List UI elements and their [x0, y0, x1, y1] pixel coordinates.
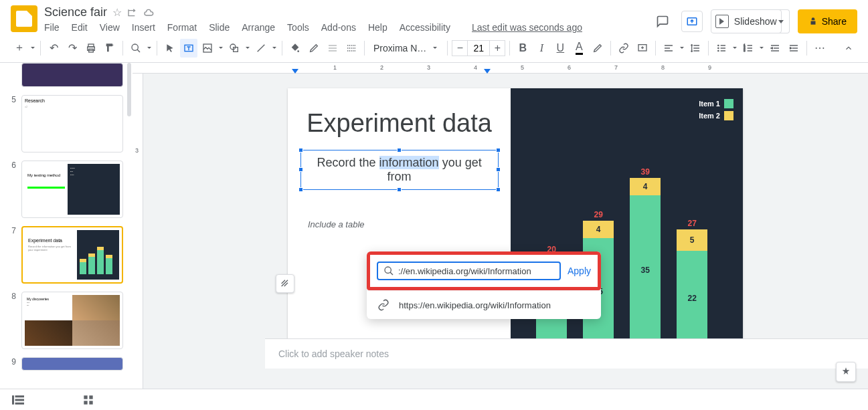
number-list-button[interactable]: 123 — [740, 39, 757, 58]
shape-dropdown[interactable] — [244, 47, 251, 49]
shape-tool[interactable] — [226, 39, 243, 58]
resize-handle[interactable] — [496, 167, 501, 172]
resize-handle[interactable] — [298, 167, 303, 172]
slide-thumb-8[interactable]: My discoveries▪▪▪▪▪▪▪ — [21, 292, 123, 349]
slideshow-label: Slideshow — [734, 16, 777, 27]
new-slide-dropdown[interactable] — [29, 47, 36, 49]
present-upload-icon[interactable] — [681, 11, 703, 32]
highlight-button[interactable] — [589, 39, 606, 58]
font-select[interactable]: Proxima N… — [369, 41, 443, 56]
line-dropdown[interactable] — [271, 47, 278, 49]
ruler-vertical[interactable]: 3 — [133, 74, 143, 390]
slide-caption[interactable]: Include a table — [308, 219, 365, 229]
align-dropdown[interactable] — [679, 47, 685, 49]
ruler-horizontal[interactable]: 123456789 — [133, 63, 868, 74]
resize-handle[interactable] — [496, 148, 501, 152]
star-icon[interactable]: ☆ — [112, 6, 122, 19]
slide-thumb-9[interactable] — [21, 357, 123, 371]
insert-link-button[interactable] — [615, 39, 632, 58]
border-dash-button[interactable] — [343, 39, 360, 58]
slide-title[interactable]: Experiment data — [307, 108, 492, 139]
font-size-decrease[interactable]: − — [452, 40, 468, 56]
selected-text[interactable]: information — [379, 156, 439, 169]
border-weight-button[interactable] — [324, 39, 341, 58]
fill-color-button[interactable] — [286, 39, 304, 58]
speaker-notes[interactable]: Click to add speaker notes — [265, 338, 868, 369]
explore-button[interactable] — [836, 362, 856, 382]
chart[interactable]: Item 1 Item 2 20 15 5 29 25 4 39 35 4 30… — [511, 88, 743, 363]
link-suggestion[interactable]: https://en.wikipedia.org/wiki/Informatio… — [367, 290, 601, 319]
image-tool[interactable] — [199, 39, 216, 58]
format-options-button[interactable] — [276, 274, 294, 293]
slide-canvas[interactable]: Experiment data Record the information y… — [288, 88, 743, 363]
number-dropdown[interactable] — [758, 47, 765, 49]
insert-comment-button[interactable] — [634, 39, 651, 58]
print-button[interactable] — [82, 39, 100, 58]
menu-insert[interactable]: Insert — [132, 22, 155, 33]
last-edit-link[interactable]: Last edit was seconds ago — [472, 22, 582, 33]
select-tool[interactable] — [161, 39, 179, 58]
grid-view-button[interactable] — [83, 395, 94, 405]
menu-view[interactable]: View — [100, 22, 120, 33]
image-dropdown[interactable] — [218, 47, 224, 49]
slideshow-dropdown[interactable] — [774, 9, 790, 33]
slide-thumb-6[interactable]: My testing method▪▪▪▪▪▪▪▪▪▪▪▪ — [21, 161, 123, 218]
menu-edit[interactable]: Edit — [72, 22, 88, 33]
line-spacing-button[interactable] — [687, 39, 704, 58]
more-tools-button[interactable]: ⋯ — [811, 39, 829, 58]
font-size-input[interactable] — [468, 40, 489, 56]
zoom-button[interactable] — [127, 39, 145, 58]
indent-decrease-button[interactable] — [766, 39, 784, 58]
collapse-toolbar-button[interactable] — [840, 39, 857, 58]
menu-arrange[interactable]: Arrange — [242, 22, 275, 33]
resize-handle[interactable] — [298, 148, 303, 152]
resize-handle[interactable] — [397, 187, 402, 192]
resize-handle[interactable] — [496, 187, 501, 192]
menu-format[interactable]: Format — [167, 22, 197, 33]
paint-format-button[interactable] — [101, 39, 118, 58]
share-button[interactable]: Share — [798, 9, 857, 33]
cloud-icon[interactable] — [143, 7, 154, 18]
italic-button[interactable]: I — [533, 39, 550, 58]
scrollbar[interactable] — [127, 63, 131, 116]
svg-rect-20 — [15, 402, 25, 404]
link-input[interactable] — [398, 266, 554, 276]
border-color-button[interactable] — [305, 39, 323, 58]
bold-button[interactable]: B — [514, 39, 531, 58]
redo-button[interactable]: ↷ — [64, 39, 81, 58]
menu-slide[interactable]: Slide — [209, 22, 230, 33]
bullet-dropdown[interactable] — [731, 47, 738, 49]
svg-rect-24 — [89, 401, 92, 404]
apply-button[interactable]: Apply — [568, 266, 591, 276]
comments-icon[interactable] — [652, 11, 673, 32]
underline-button[interactable]: U — [551, 39, 569, 58]
bullet-list-button[interactable] — [713, 39, 730, 58]
menu-tools[interactable]: Tools — [287, 22, 309, 33]
zoom-dropdown[interactable] — [146, 47, 153, 49]
slide-thumb-5[interactable]: Researchv2 — [21, 95, 123, 152]
font-size-increase[interactable]: + — [489, 40, 505, 56]
slide-thumb-4[interactable] — [21, 63, 123, 87]
line-tool[interactable] — [252, 39, 270, 58]
indent-increase-button[interactable] — [785, 39, 802, 58]
filmstrip-view-button[interactable] — [12, 395, 24, 405]
selected-textbox[interactable]: Record the information you get from — [300, 150, 499, 190]
align-button[interactable] — [660, 39, 677, 58]
svg-rect-22 — [89, 395, 92, 399]
text-color-button[interactable]: A — [570, 39, 588, 58]
move-icon[interactable] — [127, 7, 138, 18]
new-slide-button[interactable]: ＋ — [11, 39, 28, 58]
resize-handle[interactable] — [298, 187, 303, 192]
slideshow-button[interactable]: Slideshow — [711, 9, 782, 33]
slide-thumb-7[interactable]: Experiment dataRecord the information yo… — [21, 226, 123, 284]
svg-point-12 — [718, 50, 719, 51]
menu-file[interactable]: File — [44, 22, 60, 33]
textbox-tool[interactable] — [180, 39, 197, 58]
menu-addons[interactable]: Add-ons — [321, 22, 356, 33]
app-logo[interactable] — [11, 5, 37, 32]
undo-button[interactable]: ↶ — [45, 39, 62, 58]
menu-accessibility[interactable]: Accessibility — [400, 22, 450, 33]
menu-help[interactable]: Help — [368, 22, 387, 33]
resize-handle[interactable] — [397, 148, 402, 152]
doc-title[interactable]: Science fair — [44, 5, 107, 19]
